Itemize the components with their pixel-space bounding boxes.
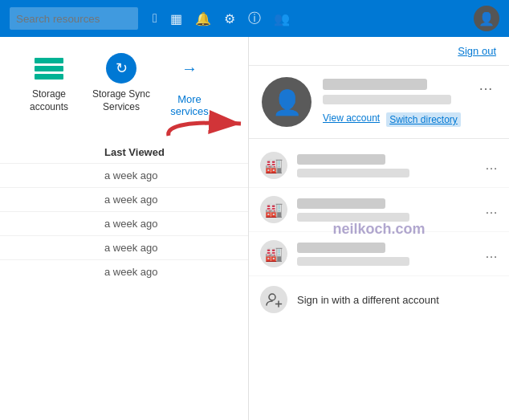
user-info: View account Switch directory [323,77,464,127]
main-container: Storageaccounts ↻ Storage SyncServices →… [0,37,509,420]
user-avatar: 👤 [262,77,312,127]
user-name-blurred [323,79,427,90]
sign-out-bar: Sign out [249,37,509,66]
table-row: a week ago [0,211,248,235]
account-info [297,198,475,222]
last-viewed-section: Last Viewed a week ago a week ago a week… [0,133,248,292]
account-name-blurred [297,198,385,209]
avatar[interactable]: 👤 [474,6,499,31]
sidebar-item-storage-accounts[interactable]: Storageaccounts [13,53,85,113]
account-info [297,243,475,266]
account-email-blurred [297,169,409,177]
account-email-blurred [297,213,409,222]
sign-out-button[interactable]: Sign out [458,45,496,57]
account-name-blurred [297,243,385,253]
table-row: a week ago [0,235,248,259]
settings-icon[interactable]: ⚙ [224,11,235,27]
help-icon[interactable]: ⓘ [248,10,261,27]
user-dropdown-panel: Sign out 👤 View account Switch directory… [249,37,509,420]
storage-accounts-icon [35,58,63,80]
account-more-options[interactable]: … [485,158,498,173]
list-item[interactable]: 🏭 … [249,144,509,188]
storage-accounts-label: Storageaccounts [30,88,68,113]
view-account-link[interactable]: View account [323,112,380,127]
switch-directory-arrow [161,108,257,140]
storage-sync-icon: ↻ [106,53,136,84]
terminal-icon[interactable]:  [153,11,157,26]
user-email-blurred [323,95,451,104]
svg-point-1 [269,294,275,300]
sidebar-item-storage-sync[interactable]: ↻ Storage SyncServices [85,53,157,113]
topbar-icons:  ▦ 🔔 ⚙ ⓘ 👥 [153,10,290,27]
account-name-blurred [297,154,385,165]
storage-sync-label: Storage SyncServices [92,88,150,113]
account-info [297,154,475,177]
users-icon[interactable]: 👥 [274,11,290,27]
topbar:  ▦ 🔔 ⚙ ⓘ 👥 👤 [0,0,509,37]
switch-directory-link[interactable]: Switch directory [386,112,461,127]
account-more-options[interactable]: … [485,247,498,261]
account-badge-icon: 🏭 [260,240,287,267]
account-email-blurred [297,257,409,266]
account-list: 🏭 … 🏭 … 🏭 [249,139,509,328]
table-row: a week ago [0,259,248,283]
bell-icon[interactable]: 🔔 [195,11,211,27]
account-badge-icon: 🏭 [260,196,287,223]
user-profile-section: 👤 View account Switch directory … [249,66,509,139]
table-icon[interactable]: ▦ [170,11,182,27]
account-more-options[interactable]: … [485,202,498,217]
account-badge-icon: 🏭 [260,152,287,179]
list-item[interactable]: 🏭 … [249,232,509,276]
search-input[interactable] [10,7,138,30]
table-row: a week ago [0,163,248,187]
user-links: View account Switch directory [323,112,464,127]
sign-in-different-account-item[interactable]: Sign in with a different account [249,276,509,323]
storage-sync-icon-box: ↻ [102,53,140,84]
list-item[interactable]: 🏭 … [249,188,509,232]
add-user-icon [260,286,287,313]
left-panel: Storageaccounts ↻ Storage SyncServices →… [0,37,249,420]
more-services-arrow-icon: → [170,53,209,84]
sign-in-different-label: Sign in with a different account [297,294,439,306]
storage-accounts-icon-box [30,53,68,84]
user-more-options[interactable]: … [475,77,496,94]
last-viewed-header: Last Viewed [0,141,248,163]
table-row: a week ago [0,187,248,211]
